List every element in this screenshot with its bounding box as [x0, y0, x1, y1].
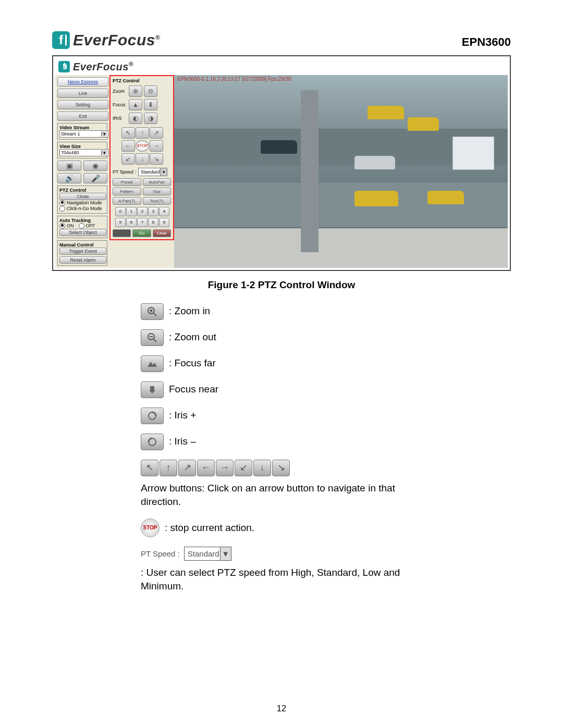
legend-iris-minus-icon — [141, 434, 164, 450]
ptz-control-group: PTZ Control Close Navigation Mode Click-… — [57, 186, 107, 214]
manual-control-group: Manual Control Trigger Event Reset Alarm — [57, 240, 107, 266]
legend-arrow-icons: ↖ ↑ ↗ ← → ↙ ↓ ↘ — [141, 460, 290, 476]
exit-button[interactable]: Exit — [57, 112, 108, 121]
live-button[interactable]: Live — [57, 89, 108, 98]
audio-icon[interactable]: 🔊 — [57, 173, 81, 183]
autopan-button[interactable]: AutoPan — [143, 178, 172, 186]
legend-pt-speed-select: Standard▼ — [184, 547, 231, 561]
video-overlay-text: EPN3600-0.1.16.2 [8:13:27 5/27/2009] Fps… — [177, 76, 291, 82]
legend-zoom-out-text: : Zoom out — [169, 330, 216, 344]
svg-line-1 — [154, 313, 156, 316]
mic-icon[interactable]: 🎤 — [83, 173, 107, 183]
tracking-on-radio[interactable] — [59, 223, 65, 229]
legend-arrow-dl-icon: ↙ — [235, 460, 252, 476]
clear-button[interactable]: Clear — [153, 229, 171, 237]
legend-iris-plus-icon — [141, 408, 164, 424]
everfocus-logo: f EverFocus® — [52, 31, 160, 49]
num-1[interactable]: 1 — [126, 207, 137, 216]
figure-ptz-window: f EverFocus® Nevio Express Live Setting … — [52, 55, 511, 271]
legend-pt-speed-label: PT Speed : — [141, 548, 180, 559]
legend-iris-minus-text: : Iris – — [169, 435, 196, 449]
legend-arrow-ur-icon: ↗ — [178, 460, 196, 476]
legend-arrow-down-icon: ↓ — [253, 460, 271, 476]
app-sidebar: Nevio Express Live Setting Exit Video St… — [55, 75, 109, 268]
focus-near-icon[interactable]: ⬇ — [144, 99, 157, 110]
legend-focus-far-icon — [141, 355, 164, 372]
num-2[interactable]: 2 — [137, 207, 148, 216]
legend-zoom-out-icon — [141, 329, 164, 346]
tour-t-button[interactable]: Tour(T) — [143, 197, 172, 205]
figure-caption: Figure 1-2 PTZ Control Window — [52, 279, 511, 291]
brand-text: EverFocus — [73, 31, 155, 48]
app-logo: f EverFocus® — [58, 60, 505, 73]
legend-pt-speed-widget: PT Speed : Standard▼ — [141, 547, 231, 561]
zoom-in-icon[interactable]: ⊕ — [129, 85, 142, 97]
svg-marker-9 — [149, 390, 155, 393]
legend-arrows-text: Arrow buttons: Click on an arrow button … — [141, 482, 433, 509]
video-stream-select[interactable]: Stream 1▾ — [59, 130, 108, 138]
arrow-down-left-icon[interactable]: ↙ — [121, 153, 135, 165]
num-5[interactable]: 5 — [115, 218, 126, 227]
arrow-up-right-icon[interactable]: ↗ — [150, 127, 163, 139]
pt-speed-select[interactable]: Standard▾ — [138, 168, 168, 176]
num-6[interactable]: 6 — [126, 218, 137, 227]
select-object-button[interactable]: Select Object — [59, 229, 106, 236]
legend-arrow-ul-icon: ↖ — [141, 460, 158, 476]
pattern-button[interactable]: Pattern — [113, 188, 141, 195]
go-button[interactable]: Go — [132, 229, 151, 237]
iris-close-icon[interactable]: ◑ — [144, 113, 157, 124]
stop-button[interactable]: STOP — [136, 140, 149, 152]
tour-button[interactable]: Tour — [143, 188, 172, 195]
num-9[interactable]: 9 — [159, 218, 169, 227]
svg-marker-7 — [148, 362, 157, 367]
arrow-down-right-icon[interactable]: ↘ — [150, 153, 163, 165]
num-0[interactable]: 0 — [115, 207, 126, 216]
legend-arrow-right-icon: → — [216, 460, 234, 476]
focus-far-icon[interactable]: ▲ — [129, 99, 142, 110]
zoom-out-icon[interactable]: ⊖ — [144, 85, 157, 97]
arrow-down-icon[interactable]: ↓ — [136, 153, 149, 165]
legend-focus-far-text: : Focus far — [169, 356, 216, 371]
tracking-off-radio[interactable] — [79, 223, 84, 229]
arrow-left-icon[interactable]: ← — [121, 140, 135, 152]
preset-display — [113, 229, 131, 237]
arrow-right-icon[interactable]: → — [150, 140, 163, 152]
snapshot-icon[interactable]: ▣ — [57, 161, 81, 171]
setting-button[interactable]: Setting — [57, 100, 108, 109]
legend-zoom-in-text: : Zoom in — [169, 304, 210, 318]
apan-t-button[interactable]: A.Pan(T) — [113, 197, 141, 205]
num-8[interactable]: 8 — [148, 218, 158, 227]
preset-number-pad: 0 1 2 3 4 5 6 7 8 9 — [113, 207, 171, 227]
legend-stop-icon: STOP — [141, 519, 160, 537]
record-icon[interactable]: ◉ — [83, 161, 107, 171]
nevio-express-link[interactable]: Nevio Express — [57, 77, 108, 87]
view-size-group: View Size 704x480▾ — [57, 142, 107, 158]
legend-arrow-up-icon: ↑ — [160, 460, 177, 476]
trigger-event-button[interactable]: Trigger Event — [59, 248, 106, 255]
video-feed[interactable]: EPN3600-0.1.16.2 [8:13:27 5/27/2009] Fps… — [174, 75, 508, 268]
clickngo-radio[interactable] — [59, 206, 65, 212]
arrow-up-left-icon[interactable]: ↖ — [121, 127, 135, 139]
legend-focus-near-icon — [141, 381, 164, 398]
num-3[interactable]: 3 — [148, 207, 158, 216]
legend-iris-plus-text: : Iris + — [169, 409, 196, 423]
num-7[interactable]: 7 — [137, 218, 148, 227]
legend-arrow-left-icon: ← — [197, 460, 215, 476]
view-size-select[interactable]: 704x480▾ — [59, 149, 108, 156]
legend-stop-text: : stop current action. — [165, 521, 254, 535]
legend-zoom-in-icon — [141, 303, 164, 320]
reset-alarm-button[interactable]: Reset Alarm — [59, 256, 106, 264]
ptz-close-button[interactable]: Close — [59, 193, 106, 200]
ptz-panel-title: PTZ Control — [113, 78, 171, 83]
model-number: EPN3600 — [462, 35, 511, 49]
svg-rect-8 — [150, 386, 154, 390]
preset-button[interactable]: Preset — [113, 178, 141, 186]
arrow-up-icon[interactable]: ↑ — [136, 127, 149, 139]
page-number: 12 — [0, 704, 563, 713]
legend-arrow-dr-icon: ↘ — [272, 460, 290, 476]
num-4[interactable]: 4 — [159, 207, 169, 216]
auto-tracking-group: Auto Tracking ON OFF Select Object — [57, 216, 107, 238]
legend-pt-speed-text: : User can select PTZ speed from High, S… — [141, 566, 422, 594]
nav-mode-radio[interactable] — [59, 200, 65, 206]
iris-open-icon[interactable]: ◐ — [129, 113, 142, 124]
